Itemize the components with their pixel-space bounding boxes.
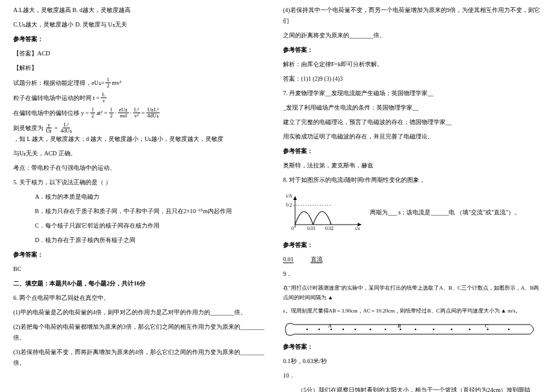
tape-diagram: A B C <box>283 320 536 339</box>
svg-point-24 <box>508 328 510 330</box>
derivation-3: 在偏转电场中的偏转位移 y = 12 at² = 12 · eU₂md · L²… <box>13 107 271 119</box>
svg-text:C: C <box>485 323 489 329</box>
svg-text:0.2: 0.2 <box>286 202 292 208</box>
q9b: s。现用刻度尺量得AB＝3.90cm，AC＝10.20cm，则纸带经过B、C两点… <box>283 306 541 316</box>
q6-4a: (4)若保持其中一个电荷量不变，而另一个电荷量增加为原来的9倍，为使其相互作用力… <box>283 5 541 26</box>
q5-opt-d: D．核力存在于原子核内所有核子之间 <box>13 235 271 246</box>
q6-1: (1)甲的电荷量是乙的电荷量的4倍，则甲对乙的作用力是乙对甲的作用力的_____… <box>13 307 271 318</box>
right-column: (4)若保持其中一个电荷量不变，而另一个电荷量增加为原来的9倍，为使其相互作用力… <box>277 5 547 387</box>
ans9: 0.1秒，0.63米/秒 <box>283 356 541 367</box>
q5: 5. 关于核力，以下说法正确的是（ ） <box>13 177 271 188</box>
q9a: 在"用打点计时器测速度"的实验中，某同学在打出的纸带上选取了A、B、C三个计数点… <box>283 283 541 302</box>
svg-point-11 <box>307 328 308 330</box>
derivation-5: 与U₂无关，ACD 正确。 <box>13 148 271 159</box>
svg-point-20 <box>433 328 435 330</box>
q7b: _发现了利用磁场产生电流的条件；英国物理学家__ <box>283 102 541 113</box>
option-c: C. U₁越大，灵敏度越小 D. 灵敏度与 U₂无关 <box>13 19 271 30</box>
svg-text:0.02: 0.02 <box>325 226 334 231</box>
q5-opt-b: B．核力只存在于质子和质子间，中子和中子间，且只在2×10⁻¹⁵m内起作用 <box>13 206 271 217</box>
ref-answer-label: 参考答案： <box>13 34 271 45</box>
ans6: 答案：(1)1 (2)9 (3) (4)3 <box>283 73 541 84</box>
ref-answer-5: 参考答案： <box>13 249 271 260</box>
ans7: 奥斯特，法拉第，麦克斯韦，赫兹 <box>283 160 541 171</box>
answer-acd: 【答案】ACD <box>13 48 271 59</box>
svg-text:B: B <box>397 323 401 329</box>
analysis-label: 【解析】 <box>13 63 271 73</box>
svg-point-17 <box>385 328 387 330</box>
q7c: 建立了完整的电磁理论，预言了电磁波的存在；德国物理学家__ <box>283 117 541 128</box>
svg-text:i/A: i/A <box>286 193 292 199</box>
svg-text:t/s: t/s <box>355 226 360 231</box>
ans5: BC <box>13 264 271 275</box>
ref-answer-9: 参考答案： <box>283 341 541 352</box>
derivation-4: 则灵敏度为 yU₂ = L²4dU₁ ，知 L 越大，灵敏度越大；d 越大，灵敏… <box>13 122 271 145</box>
svg-point-16 <box>370 328 372 330</box>
exp6: 解析：由库仑定律F=k即可分析求解。 <box>283 59 541 70</box>
current-time-chart: 0.2 0 0.01 0.02 t/s i/A <box>283 191 367 234</box>
svg-point-23 <box>487 328 489 330</box>
q5-opt-a: A．核力的本质是电磁力 <box>13 191 271 202</box>
svg-point-22 <box>469 328 471 330</box>
svg-point-18 <box>400 328 402 330</box>
q6-4b: 之间的距离将变为原来的________倍。 <box>283 30 541 41</box>
q9: 9． <box>283 269 541 279</box>
q10a: （5分）我们在观察日蚀时看到的太阳大小，相当于一个篮球（直径约为24cm）放到眼… <box>283 385 541 392</box>
ans8: 0.01 直流 <box>283 254 541 265</box>
left-column: A. L越大，灵敏度越高 B. d越大，灵敏度越高 C. U₁越大，灵敏度越小 … <box>7 5 277 387</box>
q8: 8. 对于如图所示的电流i随时间t作周期性变化的图象， <box>283 175 541 185</box>
derivation-1: 试题分析：根据动能定理得，eU₁= 12 mv² <box>13 77 271 89</box>
q6-2: (2)若把每个电荷的电荷量都增加为原来的3倍，那么它们之间的相互作用力变为原来的… <box>13 322 271 343</box>
svg-point-13 <box>331 328 332 330</box>
section-2-heading: 二、填空题：本题共8小题，每小题2分，共计16分 <box>13 278 271 289</box>
ref-answer-7: 参考答案： <box>283 146 541 157</box>
svg-point-21 <box>451 328 453 330</box>
q10: 10． <box>283 370 541 381</box>
svg-point-15 <box>355 328 356 330</box>
svg-point-19 <box>415 328 417 330</box>
q7a: 7. 丹麦物理学家__发现电流能产生磁场；英国物理学家__ <box>283 88 541 99</box>
svg-point-14 <box>343 328 344 330</box>
ref-answer-8: 参考答案： <box>283 240 541 250</box>
q6-3: (3)若保持电荷量不变，而将距离增加为原来的4倍，那么它们之间的作用力变为原来的… <box>13 347 271 369</box>
svg-marker-3 <box>293 196 297 200</box>
q5-opt-c: C．每个核子只跟它邻近的核子间存在核力作用 <box>13 220 271 231</box>
derivation-2: 粒子在偏转电场中运动的时间 t = Lv <box>13 92 271 104</box>
q8-chart-row: 0.2 0 0.01 0.02 t/s i/A 周期为___ s；该电流是___… <box>283 189 541 236</box>
kaodian: 考点：带电粒子在匀强电场中的运动。 <box>13 163 271 173</box>
svg-text:0.01: 0.01 <box>307 226 316 231</box>
ref-answer-6: 参考答案： <box>283 45 541 55</box>
q6: 6. 两个点电荷甲和乙同处在真空中。 <box>13 293 271 303</box>
q7d: 用实验成功证明了电磁波的存在，并且完善了电磁理论。 <box>283 131 541 142</box>
svg-text:0: 0 <box>291 226 294 231</box>
svg-text:A: A <box>328 323 332 329</box>
option-a: A. L越大，灵敏度越高 B. d越大，灵敏度越高 <box>13 5 271 16</box>
svg-point-12 <box>319 328 320 330</box>
